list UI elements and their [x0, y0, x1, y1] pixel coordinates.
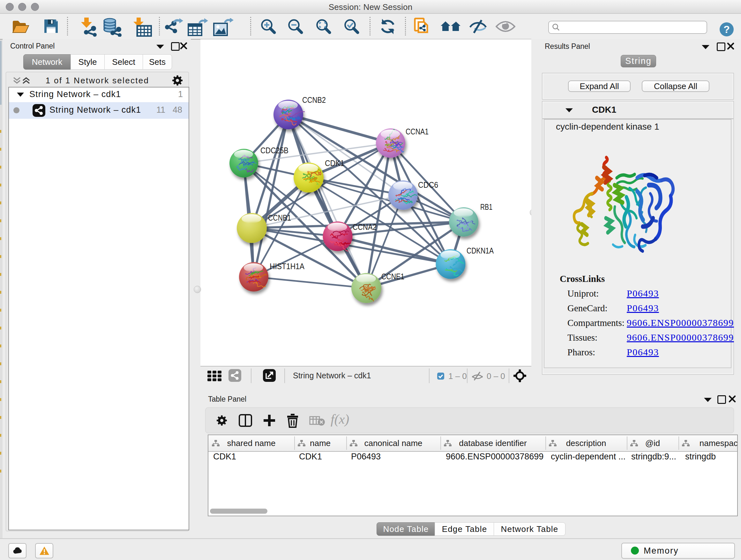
- svg-text:CDKN1A: CDKN1A: [467, 246, 494, 255]
- svg-text:CDC6: CDC6: [418, 180, 438, 190]
- svg-text:CCNA1: CCNA1: [406, 127, 428, 136]
- svg-text:HIST1H1A: HIST1H1A: [270, 261, 305, 271]
- svg-text:CDK1: CDK1: [325, 159, 344, 168]
- svg-text:?: ?: [724, 23, 730, 35]
- svg-text:CCNB2: CCNB2: [302, 95, 326, 105]
- svg-text:CDC25B: CDC25B: [260, 145, 288, 155]
- svg-text:RB1: RB1: [480, 202, 492, 212]
- svg-text:CCNB1: CCNB1: [268, 213, 291, 223]
- svg-text:CCNA2: CCNA2: [353, 222, 377, 232]
- svg-text:CCNE1: CCNE1: [381, 272, 404, 281]
